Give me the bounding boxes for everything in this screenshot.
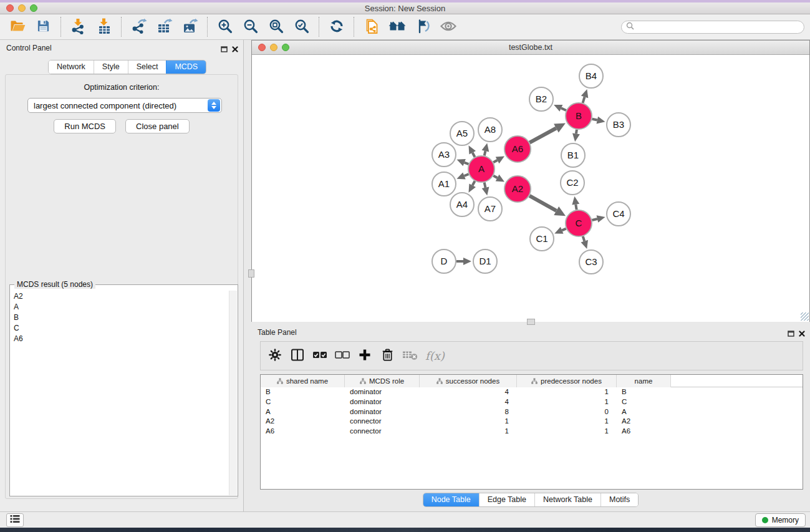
open-session-button[interactable] — [6, 16, 29, 37]
deselect-all-button[interactable] — [334, 347, 350, 365]
zoom-in-icon — [217, 18, 233, 36]
network-window-titlebar[interactable]: testGlobe.txt — [252, 41, 809, 55]
zoom-out-button[interactable] — [239, 16, 262, 37]
new-network-from-file-button[interactable] — [360, 16, 383, 37]
close-panel-button[interactable]: Close panel — [125, 119, 190, 133]
network-canvas[interactable]: B4B2BB3A8A5A6A3B1AC2A1A2A4A7C4CC1DD1C3 — [252, 56, 809, 322]
delete-table-icon — [402, 349, 418, 362]
table-row[interactable]: A2connector11A2 — [261, 417, 803, 427]
table-row[interactable]: Cdominator41C — [261, 397, 803, 407]
svg-text:A5: A5 — [456, 128, 468, 138]
graph-node-C3[interactable]: C3 — [579, 250, 603, 274]
tab-style[interactable]: Style — [94, 60, 128, 74]
result-list-item[interactable]: A2 — [10, 291, 229, 301]
show-hide-button[interactable] — [436, 16, 460, 37]
search-field[interactable] — [621, 21, 804, 34]
tab-mcds[interactable]: MCDS — [166, 60, 206, 74]
mcds-tab-content: Optimization criterion: largest connecte… — [5, 74, 238, 499]
graph-node-B1[interactable]: B1 — [561, 143, 585, 167]
show-panels-button[interactable] — [6, 513, 24, 527]
tab-select[interactable]: Select — [128, 60, 166, 74]
control-panel-tabs: NetworkStyleSelectMCDS — [48, 60, 206, 74]
tab-network-table[interactable]: Network Table — [534, 493, 600, 506]
svg-text:A6: A6 — [512, 143, 523, 154]
memory-button[interactable]: Memory — [755, 513, 806, 527]
run-mcds-button[interactable]: Run MCDS — [54, 119, 116, 133]
svg-text:A1: A1 — [438, 178, 450, 189]
graph-node-A[interactable]: A — [468, 156, 494, 182]
delete-column-button[interactable] — [379, 347, 395, 365]
show-columns-button[interactable] — [289, 347, 306, 365]
graph-node-D1[interactable]: D1 — [473, 249, 497, 273]
graph-node-A7[interactable]: A7 — [478, 197, 502, 221]
graph-node-A8[interactable]: A8 — [478, 118, 502, 142]
export-network-button[interactable] — [127, 16, 150, 37]
left-resize-handle[interactable] — [248, 269, 254, 278]
table-settings-button[interactable] — [267, 347, 283, 365]
zoom-fit-icon — [268, 18, 284, 36]
tab-motifs[interactable]: Motifs — [600, 493, 638, 506]
export-table-button[interactable] — [153, 16, 176, 37]
table-row[interactable]: Bdominator41B — [261, 387, 803, 397]
export-image-button[interactable] — [178, 16, 201, 37]
graph-node-C[interactable]: C — [566, 210, 592, 236]
resize-grip[interactable] — [801, 312, 809, 321]
graph-node-B2[interactable]: B2 — [529, 87, 553, 111]
result-list-item[interactable]: C — [10, 323, 229, 334]
save-session-button[interactable] — [32, 16, 55, 37]
graph-node-A4[interactable]: A4 — [450, 193, 474, 216]
flag-icon — [415, 18, 431, 36]
home-button[interactable] — [385, 16, 408, 37]
zoom-selected-button[interactable] — [290, 16, 313, 37]
float-panel-icon[interactable] — [788, 328, 794, 339]
export-table-icon — [157, 18, 173, 36]
tab-network[interactable]: Network — [49, 60, 94, 74]
select-all-button[interactable] — [312, 347, 328, 365]
graph-node-A3[interactable]: A3 — [432, 143, 456, 167]
add-column-button[interactable] — [357, 347, 373, 365]
close-panel-icon[interactable] — [799, 328, 805, 339]
result-list-item[interactable]: A — [10, 301, 229, 312]
function-builder-button[interactable]: f(x) — [424, 347, 445, 365]
result-list-item[interactable]: B — [10, 312, 229, 322]
close-panel-icon[interactable] — [232, 44, 238, 55]
column-header-successor-nodes[interactable]: successor nodes — [420, 375, 517, 387]
column-header-name[interactable]: name — [617, 375, 671, 387]
graph-node-A2[interactable]: A2 — [504, 176, 531, 202]
search-input[interactable] — [637, 22, 804, 31]
apply-layout-button[interactable] — [325, 16, 348, 37]
fx-icon: f(x) — [425, 349, 445, 362]
optimization-criterion-label: Optimization criterion: — [6, 83, 238, 92]
column-header-mcds-role[interactable]: MCDS role — [345, 375, 420, 387]
import-network-button[interactable] — [67, 16, 90, 37]
svg-text:D: D — [441, 256, 448, 266]
table-row[interactable]: A6connector11A6 — [261, 427, 803, 437]
graph-node-D[interactable]: D — [432, 249, 456, 273]
tab-node-table[interactable]: Node Table — [423, 493, 479, 506]
table-panel: Table Panel — [251, 324, 810, 511]
tab-edge-table[interactable]: Edge Table — [479, 493, 534, 506]
zoom-fit-button[interactable] — [264, 16, 287, 37]
result-list-item[interactable]: A6 — [10, 334, 229, 344]
graph-node-B[interactable]: B — [566, 103, 592, 129]
float-panel-icon[interactable] — [221, 44, 228, 55]
criterion-select[interactable]: largest connected component (directed) — [27, 98, 222, 113]
delete-table-button[interactable] — [402, 347, 418, 365]
table-row[interactable]: Adominator80A — [261, 407, 803, 417]
graph-node-B3[interactable]: B3 — [607, 113, 630, 137]
graph-node-C2[interactable]: C2 — [561, 171, 584, 195]
graph-node-C1[interactable]: C1 — [530, 227, 554, 251]
import-table-button[interactable] — [92, 16, 115, 37]
graph-node-B4[interactable]: B4 — [579, 64, 603, 88]
zoom-in-button[interactable] — [213, 16, 236, 37]
graph-node-C4[interactable]: C4 — [607, 202, 630, 226]
column-header-shared-name[interactable]: shared name — [261, 375, 345, 387]
graph-node-A1[interactable]: A1 — [432, 172, 456, 196]
svg-text:B2: B2 — [536, 94, 547, 104]
graph-node-A5[interactable]: A5 — [450, 122, 474, 145]
column-header-predecessor-nodes[interactable]: predecessor nodes — [517, 375, 617, 387]
result-scrollbar[interactable] — [229, 291, 237, 495]
eye-icon — [440, 20, 457, 34]
graph-node-A6[interactable]: A6 — [504, 136, 531, 162]
show-graphics-details-button[interactable] — [411, 16, 434, 37]
